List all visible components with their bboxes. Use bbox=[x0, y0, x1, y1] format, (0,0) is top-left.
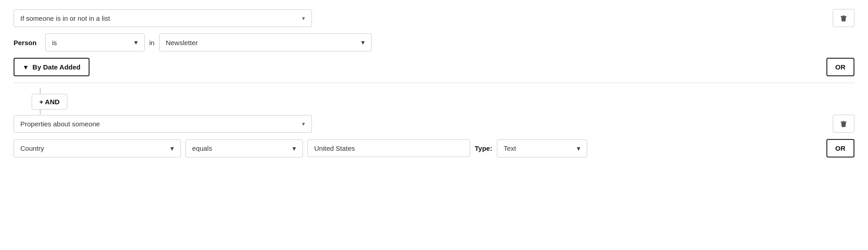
condition-dropdown-1[interactable]: If someone is in or not in a list ▾ bbox=[14, 9, 312, 27]
newsletter-dropdown-chevron: ▾ bbox=[361, 38, 365, 46]
delete-button-1[interactable] bbox=[833, 9, 854, 27]
condition-dropdown-2-value: Properties about someone bbox=[20, 120, 100, 128]
country-dropdown[interactable]: Country ▾ bbox=[14, 139, 181, 157]
connector-area: + AND bbox=[14, 88, 854, 115]
value-input[interactable] bbox=[307, 139, 470, 157]
section-2: Properties about someone ▾ Country ▾ equ… bbox=[14, 115, 854, 157]
props-row: Properties about someone ▾ bbox=[14, 115, 854, 133]
section-separator bbox=[14, 83, 854, 83]
filter-or-row: ▼ By Date Added OR bbox=[14, 58, 854, 76]
newsletter-dropdown-value: Newsletter bbox=[166, 39, 198, 46]
or-button-2[interactable]: OR bbox=[826, 139, 855, 157]
condition-dropdown-2[interactable]: Properties about someone ▾ bbox=[14, 115, 312, 133]
or-button-1[interactable]: OR bbox=[826, 58, 855, 76]
filter-button-label: By Date Added bbox=[33, 63, 80, 71]
equals-dropdown[interactable]: equals ▾ bbox=[185, 139, 303, 157]
newsletter-dropdown[interactable]: Newsletter ▾ bbox=[159, 33, 372, 51]
is-dropdown-value: is bbox=[52, 39, 57, 46]
is-dropdown[interactable]: is ▾ bbox=[45, 33, 145, 51]
delete-button-2[interactable] bbox=[833, 115, 854, 133]
condition-row-1: If someone is in or not in a list ▾ bbox=[14, 9, 854, 27]
country-dropdown-value: Country bbox=[20, 144, 44, 152]
country-dropdown-chevron: ▾ bbox=[170, 144, 174, 153]
is-dropdown-chevron: ▾ bbox=[134, 38, 138, 46]
type-dropdown-chevron: ▾ bbox=[577, 144, 580, 153]
type-dropdown-value: Text bbox=[504, 144, 516, 152]
and-button[interactable]: + AND bbox=[32, 94, 67, 110]
trash-icon-1 bbox=[840, 14, 848, 22]
section-1: If someone is in or not in a list ▾ Pers… bbox=[14, 9, 854, 76]
person-label: Person bbox=[14, 39, 41, 46]
type-label: Type: bbox=[475, 144, 492, 152]
in-label: in bbox=[149, 39, 155, 46]
country-row: Country ▾ equals ▾ Type: Text ▾ OR bbox=[14, 139, 854, 157]
type-dropdown[interactable]: Text ▾ bbox=[497, 139, 587, 157]
condition-dropdown-2-chevron: ▾ bbox=[302, 120, 305, 127]
filter-button[interactable]: ▼ By Date Added bbox=[14, 58, 90, 76]
connector-line-bottom bbox=[40, 110, 41, 115]
condition-dropdown-1-chevron: ▾ bbox=[302, 15, 305, 22]
trash-icon-2 bbox=[840, 120, 848, 128]
equals-dropdown-chevron: ▾ bbox=[292, 144, 296, 153]
connector-line-top bbox=[40, 88, 41, 94]
filter-icon: ▼ bbox=[23, 64, 29, 71]
person-row: Person is ▾ in Newsletter ▾ bbox=[14, 33, 854, 51]
condition-dropdown-1-value: If someone is in or not in a list bbox=[20, 14, 110, 22]
equals-dropdown-value: equals bbox=[192, 144, 212, 152]
